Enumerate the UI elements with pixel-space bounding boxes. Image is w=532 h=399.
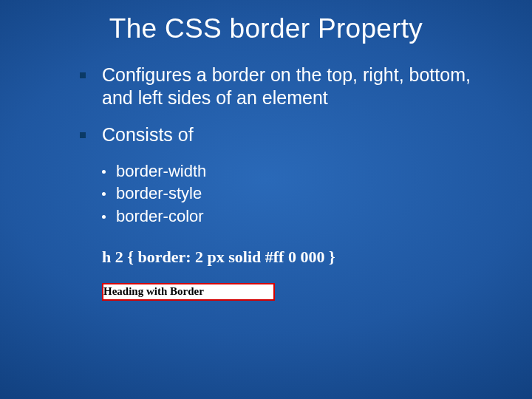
bullet-level2: border-width	[102, 161, 488, 183]
slide-title: The CSS border Property	[30, 13, 502, 44]
dot-bullet-icon	[102, 192, 106, 196]
square-bullet-icon	[80, 72, 86, 78]
sub-bullet-group: border-width border-style border-color	[102, 161, 488, 228]
sub-bullet-text: border-style	[116, 183, 202, 205]
css-code-example: h 2 { border: 2 px solid #ff 0 000 }	[102, 248, 488, 267]
bullet-level1: Configures a border on the top, right, b…	[80, 64, 488, 109]
square-bullet-icon	[80, 132, 86, 138]
bullet-text: Configures a border on the top, right, b…	[102, 64, 488, 109]
slide: The CSS border Property Configures a bor…	[0, 0, 532, 399]
rendered-example-wrap: Heading with Border	[102, 283, 488, 301]
bullet-level2: border-style	[102, 183, 488, 205]
bullet-level1: Consists of	[80, 123, 488, 146]
sub-bullet-text: border-color	[116, 206, 204, 228]
bullet-text: Consists of	[102, 123, 194, 146]
dot-bullet-icon	[102, 170, 106, 174]
dot-bullet-icon	[102, 215, 106, 219]
slide-body: Configures a border on the top, right, b…	[80, 64, 488, 301]
rendered-heading-example: Heading with Border	[102, 283, 275, 301]
sub-bullet-text: border-width	[116, 161, 206, 183]
bullet-level2: border-color	[102, 206, 488, 228]
